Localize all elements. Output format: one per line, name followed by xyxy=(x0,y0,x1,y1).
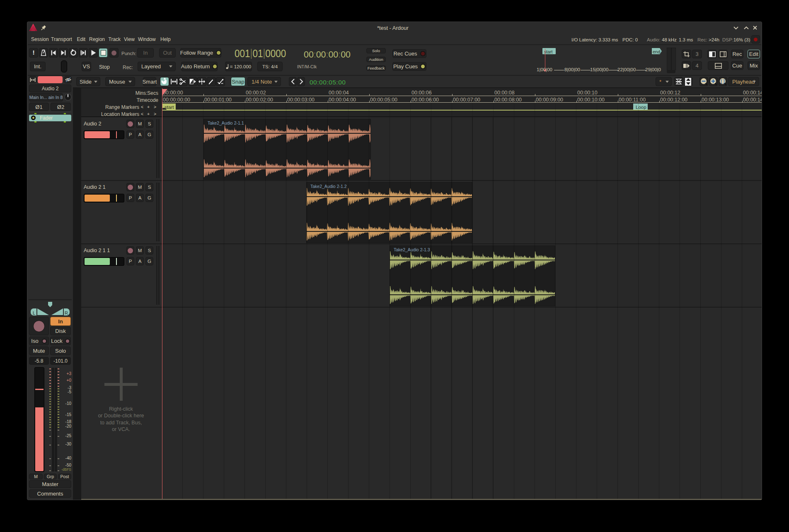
svg-text:!: ! xyxy=(32,49,34,56)
